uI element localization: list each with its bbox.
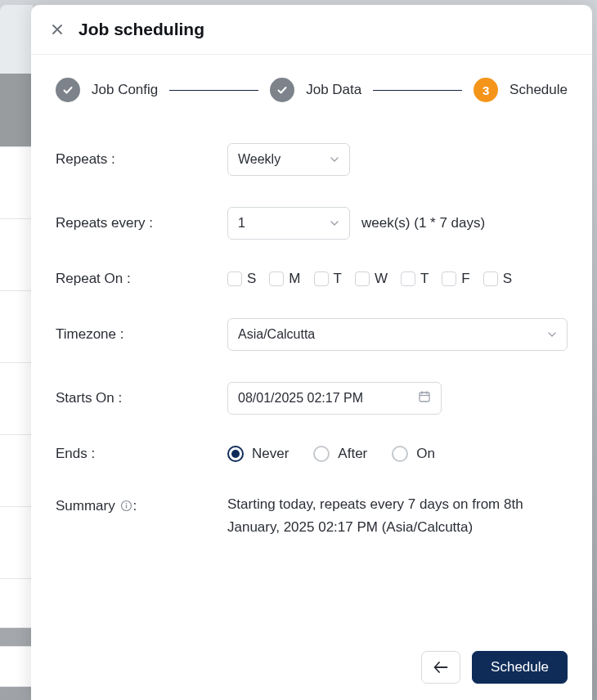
step-circle-done [270, 78, 294, 102]
repeats-label: Repeats : [56, 151, 227, 168]
ends-radio-after[interactable]: After [313, 446, 367, 462]
ends-radio-never[interactable]: Never [227, 446, 289, 462]
summary-label: Summary : [56, 493, 227, 514]
radio-label: After [338, 446, 367, 462]
modal-header: Job scheduling [31, 5, 592, 55]
chevron-down-icon [330, 218, 339, 228]
day-friday: F [442, 271, 469, 287]
step-divider [373, 90, 462, 91]
modal-title: Job scheduling [79, 20, 204, 39]
step-job-config[interactable]: Job Config [56, 78, 158, 102]
day-checkbox[interactable] [442, 271, 456, 286]
day-checkbox[interactable] [483, 271, 498, 286]
ends-radio-on[interactable]: On [392, 446, 435, 462]
close-icon [51, 23, 64, 36]
svg-rect-3 [126, 505, 127, 509]
svg-point-2 [126, 503, 128, 505]
job-scheduling-modal: Job scheduling Job Config Job Data 3 Sch… [31, 5, 592, 700]
day-letter: T [334, 271, 342, 287]
repeats-value: Weekly [238, 152, 281, 167]
starts-on-input[interactable]: 08/01/2025 02:17 PM [227, 382, 442, 415]
starts-on-value: 08/01/2025 02:17 PM [238, 391, 363, 406]
calendar-icon [418, 390, 431, 406]
repeats-every-suffix: week(s) (1 * 7 days) [361, 215, 485, 231]
repeats-every-value: 1 [238, 216, 245, 231]
arrow-left-icon [433, 662, 448, 673]
day-tuesday: T [314, 271, 342, 287]
day-wednesday: W [355, 271, 388, 287]
day-checkbox[interactable] [401, 271, 415, 286]
day-checkbox[interactable] [314, 271, 329, 286]
step-label: Schedule [509, 82, 568, 98]
day-monday: M [269, 271, 300, 287]
timezone-label: Timezone : [56, 326, 227, 343]
checkmark-icon [276, 84, 288, 96]
step-circle-done [56, 78, 80, 102]
repeats-every-select[interactable]: 1 [227, 207, 350, 240]
ends-label: Ends : [56, 446, 227, 462]
chevron-down-icon [330, 155, 339, 164]
day-letter: S [247, 271, 256, 287]
radio-circle [227, 446, 244, 462]
day-checkbox[interactable] [227, 271, 242, 286]
day-checkbox[interactable] [355, 271, 370, 286]
radio-circle [313, 446, 330, 462]
day-letter: T [420, 271, 429, 287]
repeats-select[interactable]: Weekly [227, 143, 350, 176]
repeats-every-label: Repeats every : [56, 215, 227, 231]
step-circle-active: 3 [474, 78, 498, 102]
timezone-select[interactable]: Asia/Calcutta [227, 318, 568, 351]
modal-footer: Schedule [31, 638, 592, 700]
row-timezone: Timezone : Asia/Calcutta [56, 318, 568, 351]
radio-label: On [416, 446, 435, 462]
schedule-button[interactable]: Schedule [472, 651, 568, 684]
step-divider [169, 90, 258, 91]
starts-on-label: Starts On : [56, 390, 227, 406]
info-icon[interactable] [120, 500, 132, 512]
repeat-on-label: Repeat On : [56, 271, 227, 287]
day-letter: M [289, 271, 300, 287]
stepper: Job Config Job Data 3 Schedule [56, 78, 568, 102]
radio-circle [392, 446, 408, 462]
chevron-down-icon [547, 330, 557, 339]
radio-label: Never [252, 446, 289, 462]
row-ends: Ends : Never After On [56, 446, 568, 462]
row-repeats: Repeats : Weekly [56, 143, 568, 176]
step-label: Job Data [306, 82, 361, 98]
days-group: S M T W T [227, 271, 512, 287]
back-button[interactable] [421, 651, 460, 684]
row-summary: Summary : Starting today, repeats every … [56, 493, 568, 539]
day-letter: S [503, 271, 512, 287]
svg-rect-0 [420, 393, 429, 402]
day-checkbox[interactable] [269, 271, 284, 286]
step-schedule[interactable]: 3 Schedule [474, 78, 568, 102]
day-thursday: T [401, 271, 429, 287]
day-saturday: S [483, 271, 512, 287]
day-sunday: S [227, 271, 256, 287]
step-label: Job Config [92, 82, 158, 98]
ends-radio-group: Never After On [227, 446, 435, 462]
close-button[interactable] [49, 21, 65, 38]
day-letter: F [461, 271, 469, 287]
row-repeats-every: Repeats every : 1 week(s) (1 * 7 days) [56, 207, 568, 240]
modal-body: Job Config Job Data 3 Schedule Repeats :… [31, 55, 592, 638]
timezone-value: Asia/Calcutta [238, 327, 315, 342]
step-job-data[interactable]: Job Data [270, 78, 361, 102]
day-letter: W [375, 271, 388, 287]
checkmark-icon [62, 84, 74, 96]
row-starts-on: Starts On : 08/01/2025 02:17 PM [56, 382, 568, 415]
row-repeat-on: Repeat On : S M T [56, 271, 568, 287]
summary-text: Starting today, repeats every 7 days on … [227, 493, 554, 539]
